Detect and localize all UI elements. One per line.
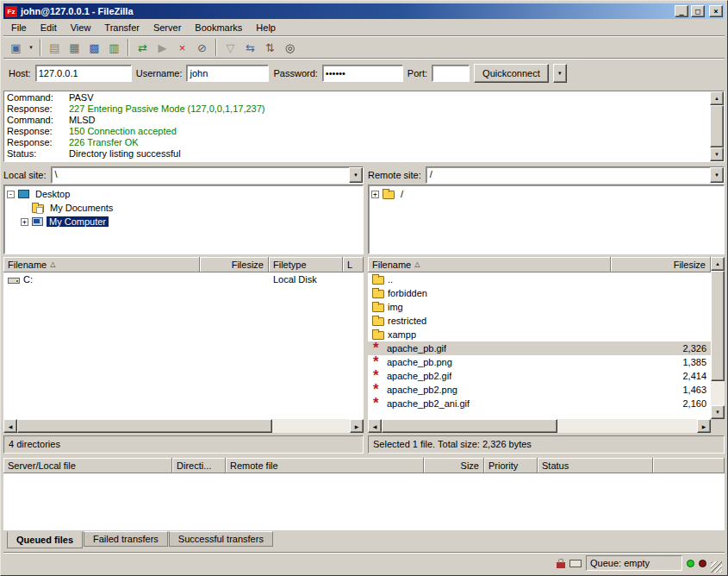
column-header-l[interactable]: L [343,257,364,272]
tab-successful-transfers[interactable]: Successful transfers [169,531,273,547]
scroll-left-icon[interactable]: ◀ [3,419,17,433]
tab-queued-files[interactable]: Queued files [7,531,83,548]
directory-comparison-button[interactable]: ⇆ [240,38,260,57]
cancel-button[interactable]: × [172,38,192,57]
menu-item-view[interactable]: View [64,19,98,35]
expand-icon[interactable]: + [371,191,379,198]
message-log: Command:PASVResponse:227 Entering Passiv… [3,91,725,162]
expand-icon[interactable]: + [21,218,28,226]
remote-file-row[interactable]: forbidden [368,286,711,300]
remote-file-row[interactable]: apache_pb2.png1,463 [368,383,711,397]
disconnect-button[interactable]: ⊘ [192,38,212,57]
column-header-filesize[interactable]: Filesize [611,257,711,272]
scroll-left-icon[interactable]: ◀ [368,419,382,433]
filename-cell: restricted [368,316,611,326]
column-header-server-local-file[interactable]: Server/Local file [3,458,172,473]
remote-file-row[interactable]: apache_pb.png1,385 [368,355,711,369]
remote-vertical-scrollbar[interactable]: ▲▼ [711,257,725,419]
scroll-up-icon[interactable]: ▲ [711,257,725,271]
scroll-up-icon[interactable]: ▲ [710,91,724,105]
remote-file-row[interactable]: xampp [368,328,711,341]
column-header-filename[interactable]: Filename△ [368,257,611,272]
site-manager-button[interactable]: ▣ [6,38,26,57]
site-manager-dropdown-button[interactable]: ▼ [26,38,36,57]
minimize-button[interactable]: _ [675,5,688,17]
scroll-right-icon[interactable]: ▶ [697,419,711,433]
filename-cell: img [368,302,611,312]
find-files-button[interactable]: ◎ [280,38,300,57]
remote-horizontal-scrollbar[interactable]: ◀▶ [368,419,711,433]
collapse-icon[interactable]: - [7,191,15,198]
refresh-button[interactable]: ⇄ [133,38,152,57]
close-button[interactable]: × [709,5,723,17]
username-input[interactable] [186,65,269,82]
column-header-label: L [347,260,352,270]
column-header-label: Server/Local file [8,460,76,471]
column-header-status[interactable]: Status [538,458,653,473]
scrollbar-track[interactable] [272,419,350,433]
tab-failed-transfers[interactable]: Failed transfers [84,531,168,547]
scrollbar-thumb[interactable] [711,271,725,381]
tree-item-my-computer[interactable]: +My Computer [5,215,362,229]
column-header-directi[interactable]: Directi... [172,458,226,473]
log-line: Response:227 Entering Passive Mode (127,… [7,103,707,115]
menu-item-server[interactable]: Server [146,19,188,35]
local-site-combobox[interactable]: \ ▼ [51,166,364,184]
column-header-filesize[interactable]: Filesize [200,257,269,272]
remote-file-row[interactable]: restricted [368,314,711,328]
scrollbar-thumb[interactable] [382,419,557,433]
remote-site-combobox[interactable]: / ▼ [426,166,725,184]
menu-item-help[interactable]: Help [249,19,283,35]
titlebar[interactable]: Fz john@127.0.0.1 - FileZilla _ □ × [3,3,725,19]
scrollbar-thumb[interactable] [17,419,272,433]
menu-item-edit[interactable]: Edit [34,19,64,35]
transfer-queue-list[interactable] [3,473,725,530]
tree-item-item[interactable]: +/ [370,187,723,201]
tree-item-my-documents[interactable]: My Documents [5,201,362,215]
host-input[interactable] [35,65,132,82]
process-queue-button[interactable]: ▶ [152,38,172,57]
toggle-local-tree-icon: ▦ [69,42,79,53]
log-scrollbar[interactable]: ▲▼ [710,91,724,161]
menu-item-file[interactable]: File [4,19,34,35]
column-header-priority[interactable]: Priority [484,458,538,473]
remote-site-dropdown-icon[interactable]: ▼ [710,167,724,183]
toggle-remote-tree-button[interactable]: ▩ [84,38,104,57]
remote-file-row[interactable]: apache_pb2_ani.gif2,160 [368,397,711,410]
toggle-message-log-button[interactable]: ▤ [45,38,65,57]
toggle-transfer-queue-button[interactable]: ▥ [104,38,124,57]
scrollbar-thumb[interactable] [710,105,724,147]
directory-listing-filters-button[interactable]: ▽ [221,38,240,57]
scroll-down-icon[interactable]: ▼ [711,405,725,419]
toggle-local-tree-button[interactable]: ▦ [65,38,84,57]
tree-item-desktop[interactable]: -Desktop [5,187,362,201]
scrollbar-track[interactable] [711,381,725,405]
remote-file-row[interactable]: img [368,300,711,314]
resize-grip[interactable] [711,561,722,573]
column-header-filetype[interactable]: Filetype [269,257,343,272]
remote-file-row[interactable]: apache_pb2.gif2,414 [368,369,711,383]
remote-file-row[interactable]: apache_pb.gif2,326 [368,341,711,355]
menu-item-transfer[interactable]: Transfer [97,19,146,35]
quickconnect-dropdown-button[interactable]: ▼ [553,64,567,83]
port-input[interactable] [432,65,470,82]
local-file-row[interactable]: C:Local Disk [3,272,364,286]
remote-file-row[interactable]: .. [368,272,711,286]
toolbar-separator [128,39,129,56]
scrollbar-track[interactable] [557,419,697,433]
column-header-size[interactable]: Size [424,458,484,473]
maximize-button[interactable]: □ [691,5,705,17]
local-site-dropdown-icon[interactable]: ▼ [349,167,363,183]
column-header-filename[interactable]: Filename△ [3,257,200,272]
password-input[interactable] [322,65,403,82]
scroll-right-icon[interactable]: ▶ [350,419,364,433]
remote-list-body[interactable]: ..forbiddenimgrestrictedxamppapache_pb.g… [368,272,711,419]
column-header-remote-file[interactable]: Remote file [226,458,424,473]
scroll-down-icon[interactable]: ▼ [710,147,724,161]
message-log-lines: Command:PASVResponse:227 Entering Passiv… [4,91,710,161]
menu-item-bookmarks[interactable]: Bookmarks [188,19,249,35]
synchronized-browsing-button[interactable]: ⇅ [260,38,280,57]
local-horizontal-scrollbar[interactable]: ◀▶ [3,419,364,433]
quickconnect-button[interactable]: Quickconnect [474,64,549,83]
local-list-body[interactable]: C:Local Disk [3,272,364,419]
